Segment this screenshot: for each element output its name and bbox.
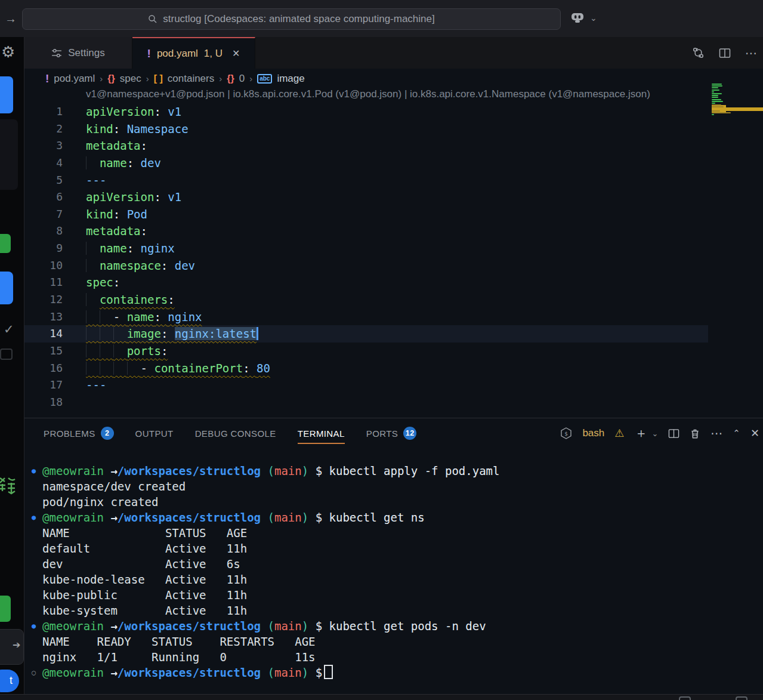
command-center-search[interactable]: structlog [Codespaces: animated space co… bbox=[22, 8, 561, 30]
code-line-18[interactable]: 18 bbox=[24, 394, 763, 411]
minimap-line bbox=[712, 95, 718, 96]
terminal-line[interactable]: kube-node-lease Active 11h bbox=[32, 572, 753, 587]
comment-bubble-icon[interactable] bbox=[0, 349, 13, 360]
blue-badge-shape-2 bbox=[0, 272, 13, 304]
terminal-line[interactable]: ●@meowrain →/workspaces/structlog (main)… bbox=[32, 510, 753, 525]
terminal[interactable]: ●@meowrain →/workspaces/structlog (main)… bbox=[32, 463, 753, 680]
more-actions-icon[interactable]: ⋯ bbox=[745, 46, 757, 60]
shell-label[interactable]: bash bbox=[582, 427, 604, 439]
warning-icon[interactable]: ⚠ bbox=[614, 427, 624, 440]
open-changes-icon[interactable] bbox=[692, 47, 705, 59]
terminal-line[interactable]: nginx 1/1 Running 0 11s bbox=[32, 649, 753, 665]
breadcrumb[interactable]: !pod.yaml›{}spec›[ ]containers›{}0›abcim… bbox=[24, 69, 763, 88]
code-line-5[interactable]: 5--- bbox=[24, 172, 763, 189]
line-number: 7 bbox=[24, 206, 63, 223]
minimap-line bbox=[712, 87, 718, 88]
code-line-16[interactable]: 16 - containerPort: 80 bbox=[24, 360, 763, 377]
split-terminal-icon[interactable] bbox=[668, 428, 679, 439]
code-line-7[interactable]: 7kind: Pod bbox=[24, 206, 763, 223]
breadcrumb-item[interactable]: containers bbox=[168, 73, 214, 85]
editor-actions: ⋯ bbox=[692, 37, 757, 69]
terminal-line[interactable]: kube-system Active 11h bbox=[32, 603, 753, 618]
close-panel-icon[interactable]: ✕ bbox=[750, 427, 759, 440]
close-icon[interactable]: ✕ bbox=[232, 48, 240, 59]
copilot-menu[interactable]: ⌄ bbox=[570, 11, 597, 24]
kill-terminal-icon[interactable] bbox=[690, 428, 700, 439]
terminal-line[interactable]: ●@meowrain →/workspaces/structlog (main)… bbox=[32, 463, 753, 479]
code-line-6[interactable]: 6apiVersion: v1 bbox=[24, 189, 763, 206]
code-line-9[interactable]: 9 name: nginx bbox=[24, 240, 763, 257]
terminal-line[interactable]: dev Active 6s bbox=[32, 556, 753, 572]
gear-icon[interactable]: ⚙ bbox=[1, 43, 15, 61]
terminal-line[interactable]: pod/nginx created bbox=[32, 494, 753, 510]
check-icon[interactable]: ✓ bbox=[4, 322, 14, 337]
terminal-gutter bbox=[32, 603, 42, 618]
minimap-line bbox=[712, 91, 714, 92]
terminal-line[interactable]: kube-public Active 11h bbox=[32, 587, 753, 603]
code-text: metadata: bbox=[86, 223, 147, 240]
split-editor-icon[interactable] bbox=[719, 47, 731, 59]
terminal-gutter bbox=[32, 572, 42, 587]
terminal-gutter bbox=[32, 541, 42, 556]
object-icon: {} bbox=[227, 73, 234, 84]
code-line-13[interactable]: 13 - name: nginx bbox=[24, 309, 763, 326]
terminal-line[interactable]: NAME STATUS AGE bbox=[32, 525, 753, 541]
terminal-line[interactable]: default Active 11h bbox=[32, 541, 753, 556]
tab-dirty-indicator: 1, U bbox=[204, 48, 223, 60]
code-text: - name: nginx bbox=[86, 309, 202, 326]
breadcrumb-item[interactable]: 0 bbox=[239, 73, 245, 85]
terminal-line[interactable]: ○@meowrain →/workspaces/structlog (main)… bbox=[32, 665, 753, 680]
code-line-15[interactable]: 15 ports: bbox=[24, 343, 763, 360]
code-line-1[interactable]: 1apiVersion: v1 bbox=[24, 103, 763, 121]
code-editor[interactable]: 1apiVersion: v12kind: Namespace3metadata… bbox=[24, 103, 763, 411]
dark-button-shape[interactable]: ➔ bbox=[0, 629, 24, 665]
terminal-line[interactable]: NAME READY STATUS RESTARTS AGE bbox=[32, 634, 753, 649]
line-number: 6 bbox=[24, 189, 63, 206]
panel-tab-ports[interactable]: PORTS12 bbox=[366, 423, 416, 444]
new-terminal-icon[interactable]: ＋ bbox=[634, 424, 647, 442]
code-line-3[interactable]: 3metadata: bbox=[24, 137, 763, 155]
pill-label: t bbox=[10, 674, 13, 687]
minimap[interactable] bbox=[710, 84, 763, 155]
code-line-14[interactable]: 14 image: nginx:latest bbox=[24, 325, 763, 343]
code-line-10[interactable]: 10 namespace: dev bbox=[24, 257, 763, 275]
forward-arrow-icon[interactable]: → bbox=[5, 12, 17, 26]
breadcrumb-item[interactable]: spec bbox=[120, 73, 141, 85]
breadcrumb-separator: › bbox=[100, 73, 103, 84]
minimap-line bbox=[712, 93, 722, 94]
line-number: 11 bbox=[24, 274, 63, 291]
code-line-12[interactable]: 12 containers: bbox=[24, 291, 763, 309]
code-text: kind: Pod bbox=[86, 206, 147, 223]
terminal-gutter bbox=[32, 649, 42, 665]
more-actions-icon[interactable]: ⋯ bbox=[711, 426, 722, 440]
copilot-icon bbox=[570, 11, 585, 24]
minimap-line bbox=[712, 114, 714, 115]
code-line-2[interactable]: 2kind: Namespace bbox=[24, 121, 763, 138]
blue-pill-shape[interactable]: t bbox=[0, 670, 19, 692]
breadcrumb-item[interactable]: pod.yaml bbox=[54, 73, 95, 85]
breadcrumb-separator: › bbox=[219, 73, 222, 84]
tab-settings[interactable]: Settings bbox=[24, 37, 132, 69]
panel-tab-terminal[interactable]: TERMINAL bbox=[298, 423, 345, 444]
panel-tab-debug-console[interactable]: DEBUG CONSOLE bbox=[195, 423, 276, 444]
terminal-gutter bbox=[32, 479, 42, 494]
code-line-4[interactable]: 4 name: dev bbox=[24, 155, 763, 172]
panel-tab-problems[interactable]: PROBLEMS2 bbox=[44, 423, 114, 444]
code-line-11[interactable]: 11spec: bbox=[24, 274, 763, 291]
tab-pod-yaml[interactable]: ! pod.yaml 1, U ✕ bbox=[132, 37, 255, 69]
maximize-panel-icon[interactable]: ⌃ bbox=[733, 428, 740, 439]
terminal-dropdown-icon[interactable]: ⌄ bbox=[651, 429, 658, 438]
terminal-line[interactable]: ●@meowrain →/workspaces/structlog (main)… bbox=[32, 618, 753, 634]
warning-icon: ! bbox=[45, 72, 49, 85]
line-number: 14 bbox=[24, 325, 63, 343]
code-text: apiVersion: v1 bbox=[86, 189, 181, 206]
arrow-icon: ➔ bbox=[13, 639, 20, 650]
panel-tab-output[interactable]: OUTPUT bbox=[135, 423, 174, 444]
object-icon: {} bbox=[107, 73, 115, 84]
line-number: 9 bbox=[24, 240, 63, 257]
minimap-line bbox=[712, 99, 721, 100]
code-line-17[interactable]: 17--- bbox=[24, 377, 763, 394]
terminal-line[interactable]: namespace/dev created bbox=[32, 479, 753, 494]
breadcrumb-item[interactable]: image bbox=[277, 73, 304, 85]
code-line-8[interactable]: 8metadata: bbox=[24, 223, 763, 240]
